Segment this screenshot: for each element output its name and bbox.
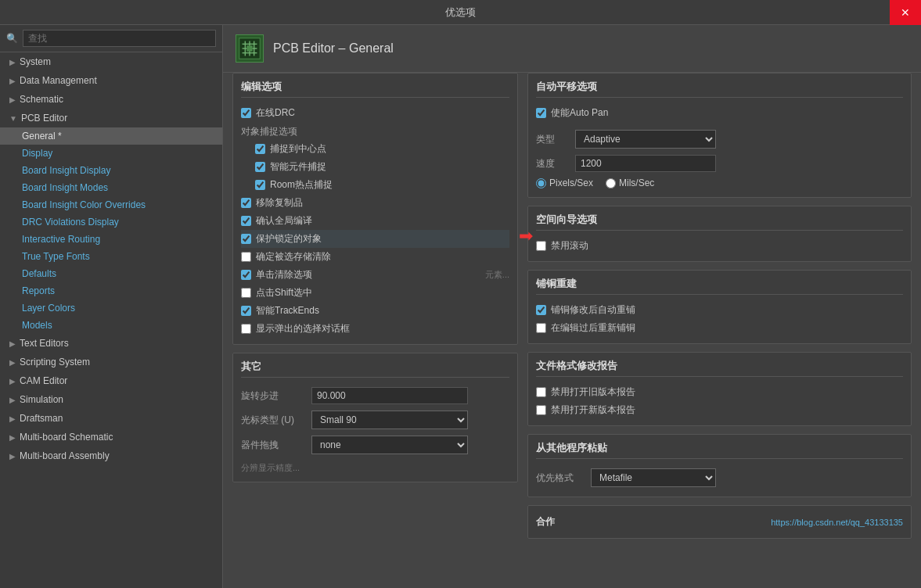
- sidebar-item-data-management[interactable]: ▶Data Management: [0, 71, 222, 90]
- sidebar-item-label: System: [20, 56, 51, 67]
- disable-scroll-label: 禁用滚动: [551, 239, 588, 253]
- room-hotspot-row: Room热点捕捉: [241, 176, 509, 194]
- enable-auto-pan-checkbox[interactable]: [536, 108, 546, 118]
- paste-from-title: 从其他程序粘贴: [536, 441, 903, 459]
- disable-old-row: 禁用打开旧版本报告: [536, 383, 903, 401]
- speed-input[interactable]: [575, 155, 716, 172]
- other-section: 其它 旋转步进 光标类型 (U) Small 90 Large 90 Small…: [232, 353, 518, 482]
- search-input[interactable]: [23, 30, 216, 47]
- sidebar-item-text-editors[interactable]: ▶Text Editors: [0, 334, 222, 353]
- arrow-icon: ▶: [9, 77, 16, 85]
- sidebar-child-models[interactable]: Models: [0, 317, 222, 334]
- type-row: 类型 Adaptive Fixed Size Jump ReCenter Bal…: [536, 127, 903, 152]
- confirm-compile-label: 确认全局编译: [256, 214, 312, 228]
- file-mod-report-section: 文件格式修改报告 禁用打开旧版本报告 禁用打开新版本报告: [527, 352, 912, 426]
- format-label: 优先格式: [536, 471, 591, 485]
- component-drag-label: 器件拖拽: [241, 439, 311, 452]
- disable-new-row: 禁用打开新版本报告: [536, 401, 903, 419]
- collab-link[interactable]: https://blog.csdn.net/qq_43133135: [771, 518, 903, 527]
- component-drag-select[interactable]: none Connected Tracks: [311, 436, 468, 454]
- smart-snap-row: 智能元件捕捉: [241, 158, 509, 176]
- auto-repour-checkbox[interactable]: [536, 305, 546, 315]
- confirm-clear-label: 确定被选存储清除: [256, 250, 331, 264]
- arrow-icon: ▶: [9, 377, 16, 385]
- confirm-compile-checkbox[interactable]: [241, 216, 251, 226]
- sidebar-child-label: Display: [22, 148, 52, 159]
- pixels-sex-label: Pixels/Sex: [549, 177, 593, 188]
- disable-old-label: 禁用打开旧版本报告: [551, 385, 635, 399]
- disable-new-label: 禁用打开新版本报告: [551, 403, 635, 417]
- sidebar-child-board-insight-modes[interactable]: Board Insight Modes: [0, 179, 222, 196]
- svg-rect-8: [246, 45, 253, 52]
- disable-scroll-checkbox[interactable]: [536, 241, 546, 251]
- protect-locked-checkbox[interactable]: [241, 234, 251, 244]
- sidebar-child-display[interactable]: Display: [0, 145, 222, 162]
- mils-sec-label: Mils/Sec: [619, 177, 654, 188]
- sidebar-child-drc-violations-display[interactable]: DRC Violations Display: [0, 213, 222, 231]
- sidebar-item-simulation[interactable]: ▶Simulation: [0, 390, 222, 409]
- sidebar-item-multi-board-schematic[interactable]: ▶Multi-board Schematic: [0, 428, 222, 446]
- auto-pan-title: 自动平移选项: [536, 80, 903, 98]
- arrow-icon: ▶: [9, 339, 16, 348]
- unit-radio-row: Pixels/Sex Mils/Sec: [536, 175, 903, 191]
- sidebar-item-cam-editor[interactable]: ▶CAM Editor: [0, 371, 222, 390]
- confirm-compile-row: 确认全局编译: [241, 212, 509, 230]
- pixels-sex-option[interactable]: Pixels/Sex: [536, 177, 593, 188]
- smart-snap-checkbox[interactable]: [255, 162, 265, 172]
- repour-after-edit-row: 在编辑过后重新铺铜: [536, 319, 903, 337]
- disable-old-checkbox[interactable]: [536, 387, 546, 397]
- mils-sec-radio[interactable]: [606, 178, 616, 188]
- sidebar-item-system[interactable]: ▶System: [0, 52, 222, 71]
- arrow-icon: ▶: [9, 95, 16, 104]
- enable-auto-pan-label: 使能Auto Pan: [551, 106, 608, 120]
- show-dialog-checkbox[interactable]: [241, 324, 251, 334]
- repour-after-edit-checkbox[interactable]: [536, 323, 546, 333]
- sidebar-child-true-type-fonts[interactable]: True Type Fonts: [0, 248, 222, 265]
- sidebar-item-multi-board-assembly[interactable]: ▶Multi-board Assembly: [0, 446, 222, 465]
- sidebar-item-scripting-system[interactable]: ▶Scripting System: [0, 353, 222, 371]
- snap-group-title: 对象捕捉选项: [241, 122, 509, 140]
- repour-after-edit-label: 在编辑过后重新铺铜: [551, 321, 635, 335]
- element-text: 元素...: [312, 269, 509, 281]
- tree-container: ▶System▶Data Management▶Schematic▼PCB Ed…: [0, 52, 222, 465]
- rotation-step-input[interactable]: [311, 387, 468, 404]
- mils-sec-option[interactable]: Mils/Sec: [606, 177, 654, 188]
- search-box: 🔍: [0, 25, 222, 52]
- smart-track-ends-checkbox[interactable]: [241, 306, 251, 316]
- page-icon: [236, 34, 264, 63]
- auto-repour-label: 铺铜修改后自动重铺: [551, 303, 635, 317]
- room-hotspot-checkbox[interactable]: [255, 180, 265, 190]
- sidebar-item-pcb-editor[interactable]: ▼PCB Editor: [0, 109, 222, 127]
- title-bar-text: 优选项: [445, 5, 476, 20]
- arrow-icon: ▼: [9, 114, 17, 123]
- cursor-type-select[interactable]: Small 90 Large 90 Small 45 Large 45: [311, 411, 468, 429]
- single-click-label: 单击清除选项: [256, 268, 312, 281]
- remove-replica-checkbox[interactable]: [241, 198, 251, 208]
- shift-select-checkbox[interactable]: [241, 288, 251, 298]
- single-click-checkbox[interactable]: [241, 270, 251, 280]
- disable-new-checkbox[interactable]: [536, 405, 546, 415]
- sidebar-child-board-insight-display[interactable]: Board Insight Display: [0, 162, 222, 179]
- sidebar-child-defaults[interactable]: Defaults: [0, 265, 222, 282]
- disable-scroll-row: 禁用滚动: [536, 237, 903, 255]
- close-button[interactable]: ✕: [890, 0, 921, 25]
- sidebar-item-label: Multi-board Assembly: [20, 450, 110, 461]
- sidebar-child-reports[interactable]: Reports: [0, 282, 222, 299]
- sidebar-item-draftsman[interactable]: ▶Draftsman: [0, 409, 222, 428]
- room-hotspot-label: Room热点捕捉: [270, 178, 333, 192]
- pixels-sex-radio[interactable]: [536, 178, 546, 188]
- confirm-clear-checkbox[interactable]: [241, 252, 251, 262]
- sidebar-child-board-insight-color-overrides[interactable]: Board Insight Color Overrides: [0, 196, 222, 213]
- col-right: 自动平移选项 使能Auto Pan 类型 Adaptive Fixed Size…: [527, 73, 912, 539]
- sidebar-child-interactive-routing[interactable]: Interactive Routing: [0, 231, 222, 248]
- online-drc-checkbox[interactable]: [241, 108, 251, 118]
- more-fields-indicator: 分辨显示精度...: [241, 457, 509, 475]
- snap-center-checkbox[interactable]: [255, 144, 265, 154]
- sidebar-item-schematic[interactable]: ▶Schematic: [0, 90, 222, 109]
- sidebar-child-general[interactable]: General *: [0, 127, 222, 145]
- sidebar-child-layer-colors[interactable]: Layer Colors: [0, 299, 222, 317]
- format-select[interactable]: Metafile Text Bitmap: [591, 468, 716, 487]
- other-title: 其它: [241, 360, 509, 378]
- type-select[interactable]: Adaptive Fixed Size Jump ReCenter Ballis…: [575, 130, 716, 149]
- shift-select-label: 点击Shift选中: [256, 286, 312, 299]
